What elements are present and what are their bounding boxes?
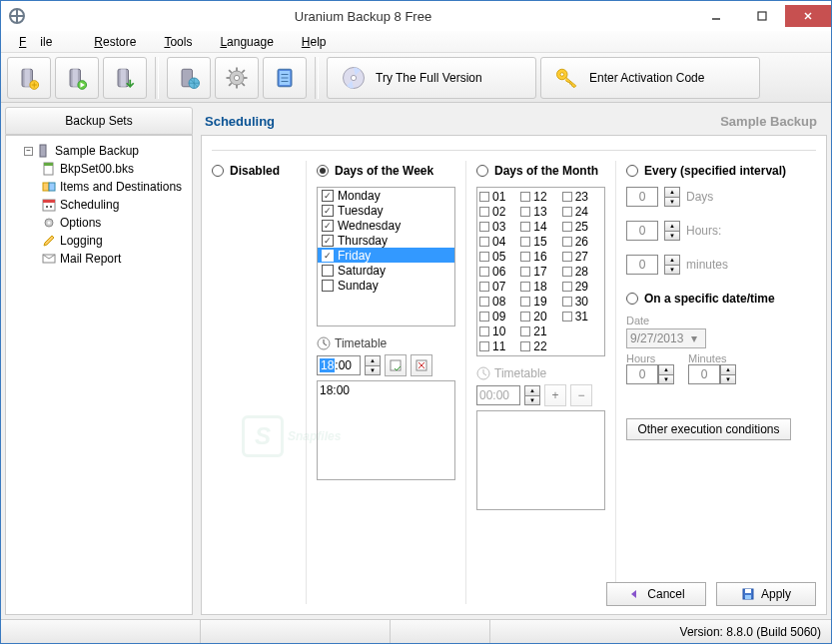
dow-timetable-list[interactable]: 18:00: [317, 380, 455, 480]
toolbar-try-full-button[interactable]: Try The Full Version: [327, 57, 536, 99]
monthday-08[interactable]: 08: [479, 295, 519, 309]
toolbar-network-button[interactable]: [167, 57, 211, 99]
monthday-10[interactable]: 10: [479, 324, 519, 338]
day-saturday[interactable]: Saturday: [318, 263, 454, 278]
close-button[interactable]: [785, 5, 831, 27]
monthday-29[interactable]: 29: [562, 280, 602, 294]
day-thursday[interactable]: Thursday: [318, 233, 454, 248]
dom-time-spinner[interactable]: ▲▼: [524, 385, 540, 405]
apply-button[interactable]: Apply: [716, 582, 816, 606]
cancel-button[interactable]: Cancel: [606, 582, 706, 606]
tree-item-items-destinations[interactable]: Items and Destinations: [10, 178, 188, 196]
radio-days-of-month[interactable]: Days of the Month: [476, 161, 605, 181]
monthday-03[interactable]: 03: [479, 220, 519, 234]
dow-add-time-button[interactable]: [385, 354, 407, 376]
tree-item-options[interactable]: Options: [10, 214, 188, 232]
interval-minutes-label: minutes: [686, 258, 728, 272]
radio-days-of-week[interactable]: Days of the Week: [317, 161, 455, 181]
specific-minutes-spinner[interactable]: ▲▼: [720, 364, 736, 384]
minimize-button[interactable]: [693, 5, 739, 27]
interval-hours-input[interactable]: 0: [626, 221, 658, 241]
monthday-30[interactable]: 30: [562, 295, 602, 309]
menu-tools[interactable]: Tools: [150, 33, 206, 51]
dom-timetable-list[interactable]: [476, 410, 605, 510]
toolbar-new-set-button[interactable]: [7, 57, 51, 99]
monthday-02[interactable]: 02: [479, 205, 519, 219]
tree-item-logging[interactable]: Logging: [10, 232, 188, 250]
monthday-15[interactable]: 15: [520, 235, 560, 249]
radio-every-interval[interactable]: Every (specified interval): [626, 161, 816, 181]
day-monday[interactable]: Monday: [318, 188, 454, 203]
dom-add-time-button[interactable]: +: [544, 384, 566, 406]
interval-hours-spinner[interactable]: ▲▼: [664, 221, 680, 241]
menu-file[interactable]: File: [5, 33, 80, 51]
monthday-28[interactable]: 28: [562, 265, 602, 279]
monthday-11[interactable]: 11: [479, 339, 519, 353]
sidebar-tab-backup-sets[interactable]: Backup Sets: [5, 107, 193, 135]
day-tuesday[interactable]: Tuesday: [318, 203, 454, 218]
monthday-21[interactable]: 21: [520, 324, 560, 338]
toolbar-download-button[interactable]: [103, 57, 147, 99]
interval-days-input[interactable]: 0: [626, 187, 658, 207]
calendar-icon: [42, 198, 56, 212]
monthday-09[interactable]: 09: [479, 310, 519, 323]
day-friday[interactable]: Friday: [318, 248, 454, 263]
monthday-16[interactable]: 16: [520, 250, 560, 264]
day-wednesday[interactable]: Wednesday: [318, 218, 454, 233]
monthday-01[interactable]: 01: [479, 190, 519, 204]
monthday-27[interactable]: 27: [562, 250, 602, 264]
monthday-07[interactable]: 07: [479, 280, 519, 294]
menu-help[interactable]: Help: [288, 33, 341, 51]
toolbar-log-button[interactable]: [263, 57, 307, 99]
toolbar-run-button[interactable]: [55, 57, 99, 99]
menu-language[interactable]: Language: [206, 33, 287, 51]
toolbar-activate-button[interactable]: Enter Activation Code: [540, 57, 760, 99]
monthday-23[interactable]: 23: [562, 190, 602, 204]
monthday-31[interactable]: 31: [562, 310, 602, 323]
timetable-entry[interactable]: 18:00: [320, 383, 452, 397]
monthday-24[interactable]: 24: [562, 205, 602, 219]
svg-line-20: [229, 70, 232, 73]
interval-minutes-spinner[interactable]: ▲▼: [664, 255, 680, 275]
monthday-04[interactable]: 04: [479, 235, 519, 249]
tree-root-sample-backup[interactable]: − Sample Backup: [10, 142, 188, 160]
days-of-week-list[interactable]: MondayTuesdayWednesdayThursdayFridaySatu…: [317, 187, 455, 326]
specific-hours-spinner[interactable]: ▲▼: [658, 364, 674, 384]
interval-days-spinner[interactable]: ▲▼: [664, 187, 680, 207]
monthday-14[interactable]: 14: [520, 220, 560, 234]
menu-restore[interactable]: Restore: [80, 33, 150, 51]
monthday-18[interactable]: 18: [520, 280, 560, 294]
day-sunday[interactable]: Sunday: [318, 278, 454, 293]
monthday-05[interactable]: 05: [479, 250, 519, 264]
interval-minutes-input[interactable]: 0: [626, 255, 658, 275]
tree-collapse-icon[interactable]: −: [24, 147, 33, 156]
radio-specific-datetime[interactable]: On a specific date/time: [626, 289, 816, 309]
monthday-22[interactable]: 22: [520, 339, 560, 353]
monthday-17[interactable]: 17: [520, 265, 560, 279]
dom-remove-time-button[interactable]: −: [570, 384, 592, 406]
monthday-25[interactable]: 25: [562, 220, 602, 234]
specific-date-picker[interactable]: 9/27/2013▾: [626, 328, 706, 348]
backup-sets-tree[interactable]: − Sample Backup BkpSet00.bks Items and D…: [5, 135, 193, 615]
toolbar-settings-button[interactable]: [215, 57, 259, 99]
monthday-12[interactable]: 12: [520, 190, 560, 204]
days-of-month-list[interactable]: 0112230213240314250415260516270617280718…: [476, 187, 605, 356]
specific-minutes-input[interactable]: 0: [688, 364, 720, 384]
tree-item-bkpset[interactable]: BkpSet00.bks: [10, 160, 188, 178]
monthday-26[interactable]: 26: [562, 235, 602, 249]
dow-remove-time-button[interactable]: [411, 354, 432, 376]
svg-rect-5: [25, 69, 30, 87]
monthday-19[interactable]: 19: [520, 295, 560, 309]
maximize-button[interactable]: [739, 5, 785, 27]
other-conditions-button[interactable]: Other execution conditions: [626, 418, 791, 440]
dow-time-spinner[interactable]: ▲▼: [365, 355, 381, 375]
monthday-06[interactable]: 06: [479, 265, 519, 279]
monthday-20[interactable]: 20: [520, 310, 560, 323]
tree-item-mail-report[interactable]: Mail Report: [10, 250, 188, 268]
radio-disabled[interactable]: Disabled: [212, 161, 296, 181]
specific-hours-input[interactable]: 0: [626, 364, 658, 384]
monthday-13[interactable]: 13: [520, 205, 560, 219]
tree-item-scheduling[interactable]: Scheduling: [10, 196, 188, 214]
dom-time-input[interactable]: 00:00: [476, 385, 520, 405]
dow-time-input[interactable]: 18:00: [317, 355, 361, 375]
